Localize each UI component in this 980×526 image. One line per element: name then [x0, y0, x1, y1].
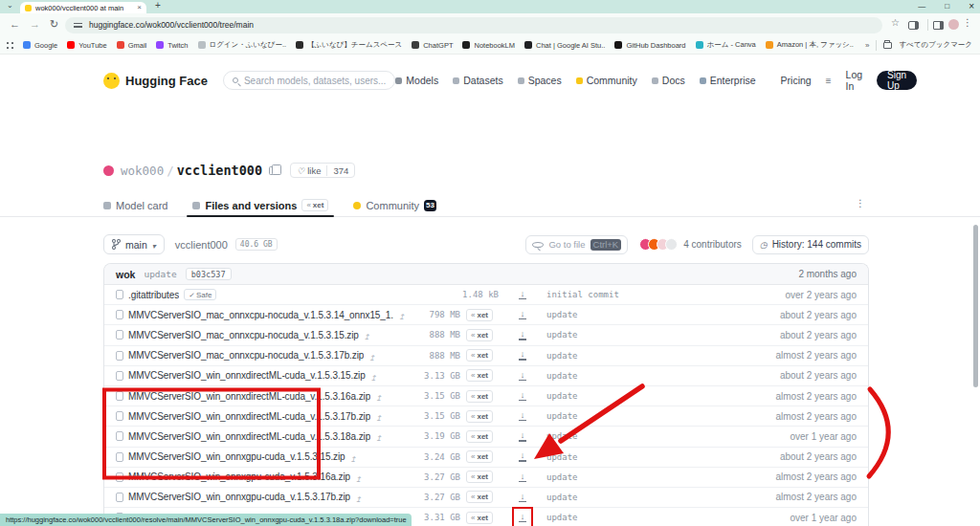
bookmark-item[interactable]: GitHub Dashboard	[614, 41, 685, 50]
brand-title[interactable]: Hugging Face	[125, 74, 208, 88]
all-bookmarks-folder-icon[interactable]	[883, 42, 892, 49]
tab-model-card[interactable]: Model card	[103, 194, 167, 216]
refresh-button[interactable]: ↻	[50, 17, 58, 32]
like-count[interactable]: 374	[326, 165, 354, 176]
url-bar[interactable]: huggingface.co/wok000/vcclient000/tree/m…	[65, 17, 882, 33]
download-icon[interactable]	[516, 511, 529, 524]
nav-link[interactable]: Enterprise	[700, 75, 756, 86]
file-name-link[interactable]: MMVCServerSIO_win_onnxgpu-cuda_v.1.5.3.1…	[128, 451, 345, 462]
signup-button[interactable]: Sign Up	[877, 71, 917, 90]
download-icon[interactable]	[516, 450, 529, 464]
row-commit-message[interactable]: update	[546, 452, 703, 462]
bookmark-item[interactable]: YouTube	[67, 41, 106, 50]
tab-close-icon[interactable]: ×	[137, 4, 142, 11]
bookmark-item[interactable]: Google	[23, 41, 57, 50]
bookmark-item[interactable]: ChatGPT	[412, 41, 453, 50]
file-name-link[interactable]: .gitattributes	[128, 290, 179, 300]
tab-community[interactable]: Community 53	[353, 194, 436, 216]
back-button[interactable]: ←	[10, 17, 20, 32]
row-commit-message[interactable]: update	[546, 513, 703, 522]
download-icon[interactable]	[516, 429, 529, 443]
like-button[interactable]: like	[291, 165, 326, 176]
file-name-link[interactable]: MMVCServerSIO_win_onnxdirectML-cuda_v.1.…	[128, 431, 370, 442]
nav-link[interactable]: Spaces	[518, 75, 562, 86]
huggingface-logo-icon[interactable]	[103, 73, 120, 89]
download-icon[interactable]	[516, 328, 529, 341]
go-to-file-input[interactable]: Go to file Ctrl+K	[525, 235, 628, 254]
side-panel-icon[interactable]	[908, 21, 919, 30]
branch-selector[interactable]: main	[103, 234, 165, 254]
download-icon[interactable]	[516, 288, 529, 301]
bookmark-item[interactable]: Chat | Google AI Stu..	[524, 41, 605, 50]
copy-icon[interactable]	[269, 166, 277, 175]
nav-link[interactable]: Datasets	[453, 75, 502, 86]
tab-search-icon[interactable]: ⌄	[7, 1, 13, 10]
history-button[interactable]: History: 144 commits	[752, 235, 869, 254]
apps-grid-icon[interactable]	[7, 42, 13, 49]
login-link[interactable]: Log In	[846, 69, 863, 92]
maximize-button[interactable]: □	[945, 3, 949, 11]
file-name-link[interactable]: MMVCServerSIO_win_onnxgpu-cuda_v.1.5.3.1…	[128, 471, 350, 482]
repo-name[interactable]: vcclient000	[177, 163, 262, 178]
commit-author[interactable]: wok	[116, 269, 135, 280]
file-row[interactable]: MMVCServerSIO_win_onnxdirectML-cuda_v.1.…	[104, 366, 868, 386]
row-commit-message[interactable]: update	[546, 431, 703, 441]
row-commit-message[interactable]: update	[546, 493, 703, 502]
bookmarks-overflow-icon[interactable]: »	[865, 41, 869, 50]
commit-hash-badge[interactable]: b03c537	[186, 268, 232, 280]
download-icon[interactable]	[516, 349, 529, 362]
forward-button[interactable]: →	[30, 17, 40, 32]
row-commit-message[interactable]: initial commit	[546, 290, 703, 299]
repo-owner-link[interactable]: wok000	[121, 164, 164, 178]
file-row[interactable]: MMVCServerSIO_win_onnxgpu-cuda_v.1.5.3.1…	[104, 448, 868, 468]
bookmark-item[interactable]: ホーム - Canva	[696, 40, 756, 50]
file-name-link[interactable]: MMVCServerSIO_mac_onnxcpu-nocuda_v.1.5.3…	[128, 330, 359, 340]
bookmark-item[interactable]: NotebookLM	[462, 41, 515, 50]
bookmark-item[interactable]: ログイン・ふいなびー..	[198, 40, 287, 50]
new-tab-button[interactable]: +	[155, 0, 161, 11]
minimize-button[interactable]: —	[918, 3, 925, 11]
file-name-link[interactable]: MMVCServerSIO_win_onnxdirectML-cuda_v.1.…	[128, 370, 366, 381]
file-row[interactable]: MMVCServerSIO_mac_onnxcpu-nocuda_v.1.5.3…	[104, 325, 868, 345]
profile-avatar[interactable]	[948, 19, 959, 30]
nav-link[interactable]: Docs	[652, 75, 685, 86]
nav-link[interactable]: Models	[395, 75, 438, 86]
download-icon[interactable]	[516, 389, 529, 403]
download-icon[interactable]	[516, 369, 529, 383]
page-scrollbar[interactable]	[973, 225, 978, 387]
contributors-link[interactable]: 4 contributors	[683, 239, 742, 250]
tab-files-and-versions[interactable]: Files and versions «xet	[192, 194, 328, 216]
row-commit-message[interactable]: update	[546, 330, 703, 340]
nav-link[interactable]: Pricing	[770, 75, 812, 86]
all-bookmarks-label[interactable]: すべてのブックマーク	[899, 40, 972, 50]
bookmark-item[interactable]: Amazon | 本, ファッシ..	[766, 40, 854, 50]
file-name-link[interactable]: MMVCServerSIO_win_onnxdirectML-cuda_v.1.…	[128, 411, 370, 422]
row-commit-message[interactable]: update	[546, 472, 703, 482]
download-icon[interactable]	[516, 409, 529, 423]
close-button[interactable]: ×	[969, 2, 974, 11]
file-name-link[interactable]: MMVCServerSIO_mac_onnxcpu-nocuda_v.1.5.3…	[128, 310, 393, 320]
file-row[interactable]: MMVCServerSIO_mac_onnxcpu-nocuda_v.1.5.3…	[104, 305, 868, 325]
file-row[interactable]: MMVCServerSIO_win_onnxdirectML-cuda_v.1.…	[104, 406, 868, 427]
file-row[interactable]: MMVCServerSIO_win_onnxdirectML-cuda_v.1.…	[104, 427, 868, 447]
browser-tab[interactable]: wok000/vcclient000 at main ×	[20, 2, 146, 13]
site-info-icon[interactable]	[74, 22, 82, 29]
file-row[interactable]: .gitattributes Safe 1.48 kB « initial co…	[104, 285, 868, 305]
browser-menu-icon[interactable]: ⋮	[963, 17, 972, 28]
file-row[interactable]: MMVCServerSIO_win_onnxgpu-cuda_v.1.5.3.1…	[104, 468, 868, 488]
row-commit-message[interactable]: update	[546, 351, 703, 361]
owner-avatar[interactable]	[103, 165, 114, 176]
download-icon[interactable]	[516, 491, 529, 504]
bookmark-star-icon[interactable]: ☆	[891, 17, 900, 28]
bookmark-item[interactable]: Twitch	[156, 41, 188, 50]
tabs-overflow-menu-icon[interactable]	[856, 198, 865, 208]
nav-more-icon[interactable]: ≡	[826, 76, 832, 86]
commit-message[interactable]: update	[144, 269, 176, 279]
row-commit-message[interactable]: update	[546, 371, 703, 381]
file-row[interactable]: MMVCServerSIO_mac_onnxcpu-nocuda_v.1.5.3…	[104, 346, 868, 366]
row-commit-message[interactable]: update	[546, 391, 703, 401]
breadcrumb-repo[interactable]: vcclient000	[175, 239, 228, 251]
row-commit-message[interactable]: update	[546, 411, 703, 421]
extensions-icon[interactable]	[933, 21, 944, 30]
file-row[interactable]: MMVCServerSIO_win_onnxdirectML-cuda_v.1.…	[104, 386, 868, 406]
